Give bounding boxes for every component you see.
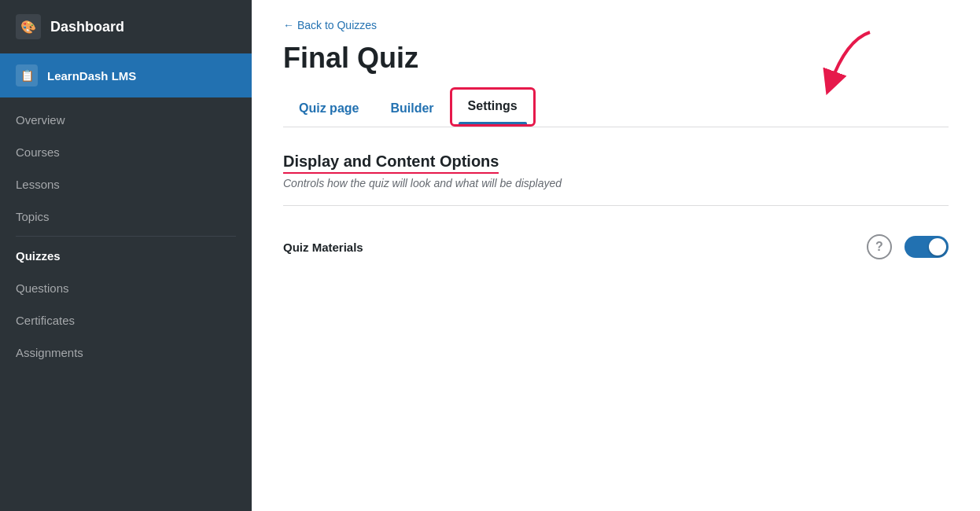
- quiz-materials-controls: ?: [867, 234, 949, 259]
- section-content: Display and Content Options Controls how…: [283, 127, 949, 272]
- sidebar-divider: [16, 236, 236, 237]
- learndash-lms-item[interactable]: 📋 LearnDash LMS: [0, 53, 252, 97]
- help-icon[interactable]: ?: [867, 234, 892, 259]
- sidebar: 🎨 Dashboard 📋 LearnDash LMS Overview Cou…: [0, 0, 252, 511]
- dashboard-title: Dashboard: [50, 19, 124, 35]
- settings-tab-highlight: Settings: [450, 87, 536, 127]
- sidebar-item-topics[interactable]: Topics: [0, 200, 252, 233]
- section-title: Display and Content Options: [283, 153, 499, 174]
- sidebar-item-quizzes[interactable]: Quizzes: [0, 240, 252, 272]
- sidebar-nav: Overview Courses Lessons Topics Quizzes …: [0, 97, 252, 375]
- tabs-bar: Quiz page Builder Settings: [283, 87, 949, 127]
- sidebar-item-questions[interactable]: Questions: [0, 272, 252, 304]
- tabs-wrapper: Quiz page Builder Settings: [283, 87, 949, 127]
- quiz-materials-label: Quiz Materials: [283, 241, 363, 254]
- tab-builder[interactable]: Builder: [374, 92, 449, 127]
- learndash-title: LearnDash LMS: [47, 69, 136, 83]
- toggle-knob: [929, 238, 946, 256]
- section-description: Controls how the quiz will look and what…: [283, 177, 949, 189]
- back-to-quizzes-link[interactable]: ← Back to Quizzes: [283, 19, 949, 31]
- quiz-materials-toggle[interactable]: [904, 236, 949, 258]
- sidebar-item-certificates[interactable]: Certificates: [0, 304, 252, 336]
- sidebar-item-courses[interactable]: Courses: [0, 136, 252, 168]
- sidebar-item-assignments[interactable]: Assignments: [0, 336, 252, 369]
- section-header: Display and Content Options Controls how…: [283, 153, 949, 189]
- sidebar-item-lessons[interactable]: Lessons: [0, 168, 252, 200]
- tab-quiz-page[interactable]: Quiz page: [283, 92, 374, 127]
- dashboard-header: 🎨 Dashboard: [0, 0, 252, 53]
- quiz-materials-row: Quiz Materials ?: [283, 222, 949, 272]
- page-title: Final Quiz: [283, 41, 949, 75]
- main-content: ← Back to Quizzes Final Quiz Quiz page B…: [252, 0, 980, 511]
- section-divider: [283, 205, 949, 206]
- learndash-icon: 📋: [16, 64, 38, 86]
- dashboard-icon: 🎨: [16, 14, 41, 39]
- tab-settings[interactable]: Settings: [452, 90, 533, 124]
- sidebar-item-overview[interactable]: Overview: [0, 104, 252, 136]
